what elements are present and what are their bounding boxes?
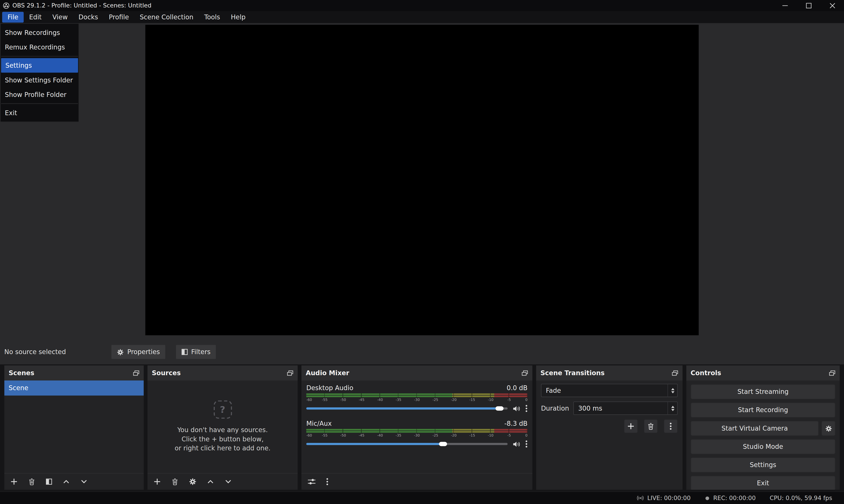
- controls-panel-header[interactable]: Controls: [686, 365, 840, 380]
- transition-select[interactable]: Fade: [541, 384, 678, 397]
- source-properties-button[interactable]: [189, 478, 196, 485]
- duration-spinbox[interactable]: 300 ms: [573, 401, 678, 415]
- meter-tick-label: -40: [377, 433, 383, 438]
- menu-edit[interactable]: Edit: [24, 12, 47, 23]
- meter-tick-label: 0: [525, 398, 527, 402]
- scenes-toolbar: [4, 473, 144, 490]
- properties-button[interactable]: Properties: [111, 344, 166, 360]
- sources-empty-state: ? You don't have any sources. Click the …: [147, 380, 298, 473]
- statusbar: LIVE: 00:00:00 REC: 00:00:00 CPU: 0.0%, …: [0, 491, 844, 504]
- file-menu-remux-recordings[interactable]: Remux Recordings: [0, 40, 78, 54]
- channel-options-kebab-button[interactable]: [525, 440, 528, 448]
- remove-source-button[interactable]: [171, 478, 179, 485]
- exit-button[interactable]: Exit: [690, 476, 836, 490]
- meter-tick-label: -20: [451, 398, 456, 402]
- file-menu-settings[interactable]: Settings: [1, 58, 78, 73]
- menu-view[interactable]: View: [47, 12, 73, 23]
- source-toolbar: No source selected Properties: [4, 344, 840, 360]
- menubar: File Edit View Docks Profile Scene Colle…: [0, 11, 844, 23]
- studio-mode-button[interactable]: Studio Mode: [690, 439, 836, 454]
- transition-options-kebab-button[interactable]: [664, 419, 678, 433]
- empty-state-line: You don't have any sources.: [177, 426, 268, 435]
- add-scene-button[interactable]: [10, 478, 18, 485]
- meter-tick-label: -60: [306, 398, 312, 402]
- sources-panel: Sources ? You don't have any sources. Cl…: [147, 365, 298, 490]
- menu-profile[interactable]: Profile: [104, 12, 134, 23]
- slider-handle[interactable]: [496, 407, 504, 411]
- channel-db-value: -8.3 dB: [504, 420, 527, 427]
- channel-name: Desktop Audio: [306, 384, 353, 392]
- move-source-down-button[interactable]: [225, 479, 232, 485]
- add-source-button[interactable]: [154, 478, 161, 485]
- rec-status: REC: 00:00:00: [705, 494, 756, 502]
- popout-icon[interactable]: [521, 370, 528, 376]
- window-controls: [773, 0, 844, 11]
- scenes-panel-header[interactable]: Scenes: [4, 365, 144, 380]
- meter-tick-label: -50: [340, 433, 346, 438]
- sources-toolbar: [147, 473, 298, 490]
- volume-slider[interactable]: [306, 404, 508, 413]
- menu-docks[interactable]: Docks: [73, 12, 104, 23]
- menu-tools[interactable]: Tools: [199, 12, 225, 23]
- audio-mixer-panel: Audio Mixer Desktop Audio 0.0 dB: [301, 365, 532, 490]
- sources-list-area[interactable]: ? You don't have any sources. Click the …: [147, 380, 298, 490]
- chevron-up-icon: [671, 388, 674, 390]
- virtual-camera-config-button[interactable]: [821, 421, 836, 436]
- settings-button[interactable]: Settings: [690, 457, 836, 472]
- channel-options-kebab-button[interactable]: [525, 404, 528, 412]
- gear-icon: [117, 348, 124, 356]
- file-menu-show-settings-folder[interactable]: Show Settings Folder: [0, 73, 78, 87]
- move-source-up-button[interactable]: [206, 479, 214, 485]
- filters-button[interactable]: Filters: [176, 344, 216, 360]
- add-transition-button[interactable]: [624, 419, 638, 433]
- volume-slider[interactable]: [306, 439, 508, 448]
- sources-title: Sources: [152, 369, 181, 377]
- scene-transitions-panel-header[interactable]: Scene Transitions: [536, 365, 683, 380]
- spin-stepper[interactable]: [667, 402, 677, 414]
- audio-mixer-panel-header[interactable]: Audio Mixer: [301, 365, 532, 380]
- meter-tick-label: -5: [507, 398, 511, 402]
- window-title: OBS 29.1.2 - Profile: Untitled - Scenes:…: [12, 2, 151, 9]
- file-menu-dropdown: Show Recordings Remux Recordings Setting…: [0, 23, 79, 122]
- mute-speaker-button[interactable]: [513, 405, 521, 412]
- file-menu-show-recordings[interactable]: Show Recordings: [0, 25, 78, 40]
- menu-file[interactable]: File: [2, 12, 24, 23]
- controls-title: Controls: [690, 369, 721, 377]
- advanced-audio-properties-icon[interactable]: [307, 478, 316, 485]
- maximize-button[interactable]: [797, 0, 821, 11]
- start-recording-button[interactable]: Start Recording: [690, 402, 836, 418]
- menu-help[interactable]: Help: [226, 12, 251, 23]
- file-menu-exit[interactable]: Exit: [0, 106, 78, 120]
- combo-stepper[interactable]: [667, 384, 677, 397]
- chevron-down-icon: [671, 391, 674, 393]
- chevron-up-icon: [671, 406, 674, 408]
- menu-scene-collection[interactable]: Scene Collection: [134, 12, 199, 23]
- remove-transition-button[interactable]: [644, 419, 658, 433]
- remove-scene-button[interactable]: [28, 478, 35, 485]
- preview-canvas[interactable]: [145, 25, 699, 336]
- scene-filters-button[interactable]: [46, 479, 52, 485]
- scene-list-item[interactable]: Scene: [4, 380, 144, 396]
- meter-tick-label: -55: [322, 433, 327, 438]
- file-menu-show-profile-folder[interactable]: Show Profile Folder: [0, 87, 78, 102]
- start-virtual-camera-button[interactable]: Start Virtual Camera: [690, 421, 819, 436]
- controls-panel: Controls Start Streaming Start Recording…: [686, 365, 840, 490]
- popout-icon[interactable]: [672, 370, 678, 376]
- start-streaming-button[interactable]: Start Streaming: [690, 384, 836, 399]
- slider-handle[interactable]: [439, 442, 447, 446]
- minimize-button[interactable]: [773, 0, 797, 11]
- popout-icon[interactable]: [287, 370, 293, 376]
- meter-tick-label: -55: [322, 398, 327, 402]
- sources-panel-header[interactable]: Sources: [147, 365, 298, 380]
- mixer-options-kebab-button[interactable]: [326, 478, 328, 485]
- meter-tick-label: -25: [432, 398, 438, 402]
- live-status: LIVE: 00:00:00: [636, 494, 690, 502]
- mixer-channels: Desktop Audio 0.0 dB -60-55-50-45-40-35-…: [301, 380, 532, 455]
- mixer-toolbar: [301, 473, 532, 490]
- move-scene-down-button[interactable]: [80, 479, 88, 485]
- close-button[interactable]: [820, 0, 844, 11]
- move-scene-up-button[interactable]: [62, 479, 70, 485]
- mute-speaker-button[interactable]: [513, 440, 521, 448]
- popout-icon[interactable]: [829, 370, 836, 376]
- popout-icon[interactable]: [133, 370, 139, 376]
